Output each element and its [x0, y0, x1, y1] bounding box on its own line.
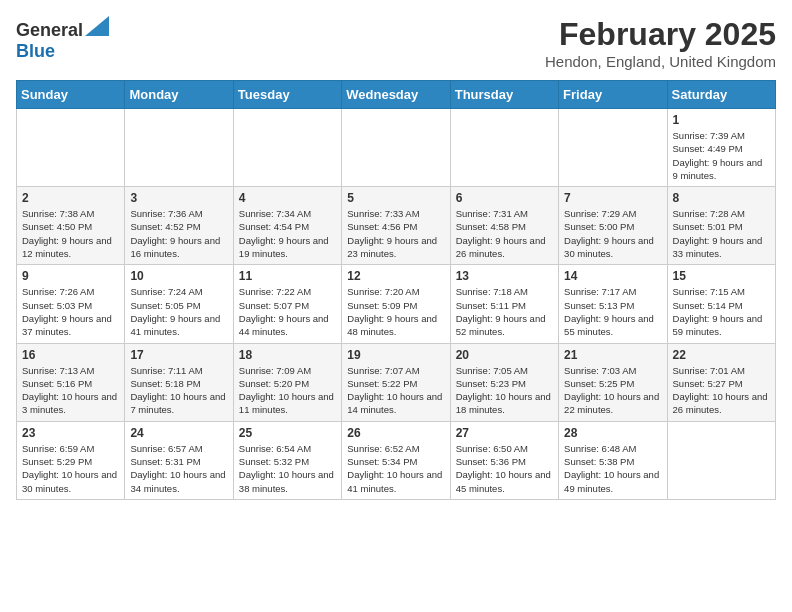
calendar-cell: 25Sunrise: 6:54 AMSunset: 5:32 PMDayligh… [233, 421, 341, 499]
day-info: Sunrise: 7:18 AMSunset: 5:11 PMDaylight:… [456, 285, 553, 338]
weekday-header: Monday [125, 81, 233, 109]
day-info: Sunrise: 7:26 AMSunset: 5:03 PMDaylight:… [22, 285, 119, 338]
weekday-header: Thursday [450, 81, 558, 109]
calendar-cell [17, 109, 125, 187]
calendar-cell: 19Sunrise: 7:07 AMSunset: 5:22 PMDayligh… [342, 343, 450, 421]
day-info: Sunrise: 7:22 AMSunset: 5:07 PMDaylight:… [239, 285, 336, 338]
calendar-cell [233, 109, 341, 187]
day-number: 20 [456, 348, 553, 362]
day-info: Sunrise: 7:24 AMSunset: 5:05 PMDaylight:… [130, 285, 227, 338]
calendar-cell: 24Sunrise: 6:57 AMSunset: 5:31 PMDayligh… [125, 421, 233, 499]
weekday-header: Friday [559, 81, 667, 109]
day-number: 4 [239, 191, 336, 205]
day-info: Sunrise: 6:54 AMSunset: 5:32 PMDaylight:… [239, 442, 336, 495]
weekday-header: Tuesday [233, 81, 341, 109]
day-number: 7 [564, 191, 661, 205]
day-info: Sunrise: 7:33 AMSunset: 4:56 PMDaylight:… [347, 207, 444, 260]
day-number: 10 [130, 269, 227, 283]
day-number: 24 [130, 426, 227, 440]
calendar-cell: 1Sunrise: 7:39 AMSunset: 4:49 PMDaylight… [667, 109, 775, 187]
calendar-cell: 17Sunrise: 7:11 AMSunset: 5:18 PMDayligh… [125, 343, 233, 421]
day-info: Sunrise: 7:11 AMSunset: 5:18 PMDaylight:… [130, 364, 227, 417]
day-info: Sunrise: 7:31 AMSunset: 4:58 PMDaylight:… [456, 207, 553, 260]
day-number: 13 [456, 269, 553, 283]
day-number: 11 [239, 269, 336, 283]
calendar-cell [125, 109, 233, 187]
day-number: 3 [130, 191, 227, 205]
day-number: 28 [564, 426, 661, 440]
day-number: 19 [347, 348, 444, 362]
day-number: 22 [673, 348, 770, 362]
day-info: Sunrise: 6:50 AMSunset: 5:36 PMDaylight:… [456, 442, 553, 495]
logo-icon [85, 16, 109, 36]
calendar-week-row: 23Sunrise: 6:59 AMSunset: 5:29 PMDayligh… [17, 421, 776, 499]
location-title: Hendon, England, United Kingdom [545, 53, 776, 70]
calendar-cell: 23Sunrise: 6:59 AMSunset: 5:29 PMDayligh… [17, 421, 125, 499]
calendar-week-row: 9Sunrise: 7:26 AMSunset: 5:03 PMDaylight… [17, 265, 776, 343]
day-number: 17 [130, 348, 227, 362]
day-info: Sunrise: 7:15 AMSunset: 5:14 PMDaylight:… [673, 285, 770, 338]
logo-text: General Blue [16, 16, 109, 62]
day-number: 26 [347, 426, 444, 440]
weekday-header: Saturday [667, 81, 775, 109]
day-info: Sunrise: 6:48 AMSunset: 5:38 PMDaylight:… [564, 442, 661, 495]
calendar-cell: 12Sunrise: 7:20 AMSunset: 5:09 PMDayligh… [342, 265, 450, 343]
calendar-cell [667, 421, 775, 499]
day-number: 21 [564, 348, 661, 362]
day-info: Sunrise: 7:36 AMSunset: 4:52 PMDaylight:… [130, 207, 227, 260]
day-info: Sunrise: 6:59 AMSunset: 5:29 PMDaylight:… [22, 442, 119, 495]
page-header: General Blue February 2025 Hendon, Engla… [16, 16, 776, 70]
calendar-week-row: 16Sunrise: 7:13 AMSunset: 5:16 PMDayligh… [17, 343, 776, 421]
logo: General Blue [16, 16, 109, 62]
day-number: 25 [239, 426, 336, 440]
calendar-cell: 5Sunrise: 7:33 AMSunset: 4:56 PMDaylight… [342, 187, 450, 265]
day-info: Sunrise: 6:52 AMSunset: 5:34 PMDaylight:… [347, 442, 444, 495]
day-number: 14 [564, 269, 661, 283]
month-title: February 2025 [545, 16, 776, 53]
calendar-cell: 8Sunrise: 7:28 AMSunset: 5:01 PMDaylight… [667, 187, 775, 265]
calendar-cell [559, 109, 667, 187]
calendar-cell: 3Sunrise: 7:36 AMSunset: 4:52 PMDaylight… [125, 187, 233, 265]
day-info: Sunrise: 7:09 AMSunset: 5:20 PMDaylight:… [239, 364, 336, 417]
weekday-header: Sunday [17, 81, 125, 109]
calendar-cell: 6Sunrise: 7:31 AMSunset: 4:58 PMDaylight… [450, 187, 558, 265]
day-info: Sunrise: 7:34 AMSunset: 4:54 PMDaylight:… [239, 207, 336, 260]
day-number: 12 [347, 269, 444, 283]
calendar-cell: 11Sunrise: 7:22 AMSunset: 5:07 PMDayligh… [233, 265, 341, 343]
day-number: 23 [22, 426, 119, 440]
day-info: Sunrise: 7:20 AMSunset: 5:09 PMDaylight:… [347, 285, 444, 338]
day-number: 6 [456, 191, 553, 205]
calendar-cell: 10Sunrise: 7:24 AMSunset: 5:05 PMDayligh… [125, 265, 233, 343]
day-number: 9 [22, 269, 119, 283]
day-number: 8 [673, 191, 770, 205]
calendar-week-row: 1Sunrise: 7:39 AMSunset: 4:49 PMDaylight… [17, 109, 776, 187]
day-number: 16 [22, 348, 119, 362]
day-number: 27 [456, 426, 553, 440]
day-number: 18 [239, 348, 336, 362]
calendar-cell: 26Sunrise: 6:52 AMSunset: 5:34 PMDayligh… [342, 421, 450, 499]
calendar-cell: 21Sunrise: 7:03 AMSunset: 5:25 PMDayligh… [559, 343, 667, 421]
calendar-cell: 2Sunrise: 7:38 AMSunset: 4:50 PMDaylight… [17, 187, 125, 265]
calendar-week-row: 2Sunrise: 7:38 AMSunset: 4:50 PMDaylight… [17, 187, 776, 265]
day-info: Sunrise: 7:01 AMSunset: 5:27 PMDaylight:… [673, 364, 770, 417]
calendar-cell: 13Sunrise: 7:18 AMSunset: 5:11 PMDayligh… [450, 265, 558, 343]
day-info: Sunrise: 6:57 AMSunset: 5:31 PMDaylight:… [130, 442, 227, 495]
calendar-cell: 9Sunrise: 7:26 AMSunset: 5:03 PMDaylight… [17, 265, 125, 343]
day-info: Sunrise: 7:03 AMSunset: 5:25 PMDaylight:… [564, 364, 661, 417]
calendar-cell [450, 109, 558, 187]
calendar-cell: 20Sunrise: 7:05 AMSunset: 5:23 PMDayligh… [450, 343, 558, 421]
day-info: Sunrise: 7:07 AMSunset: 5:22 PMDaylight:… [347, 364, 444, 417]
weekday-header-row: SundayMondayTuesdayWednesdayThursdayFrid… [17, 81, 776, 109]
calendar-table: SundayMondayTuesdayWednesdayThursdayFrid… [16, 80, 776, 500]
calendar-cell: 16Sunrise: 7:13 AMSunset: 5:16 PMDayligh… [17, 343, 125, 421]
calendar-cell: 4Sunrise: 7:34 AMSunset: 4:54 PMDaylight… [233, 187, 341, 265]
calendar-cell: 27Sunrise: 6:50 AMSunset: 5:36 PMDayligh… [450, 421, 558, 499]
svg-marker-0 [85, 16, 109, 36]
calendar-cell: 15Sunrise: 7:15 AMSunset: 5:14 PMDayligh… [667, 265, 775, 343]
calendar-cell: 7Sunrise: 7:29 AMSunset: 5:00 PMDaylight… [559, 187, 667, 265]
day-number: 1 [673, 113, 770, 127]
day-number: 5 [347, 191, 444, 205]
day-info: Sunrise: 7:28 AMSunset: 5:01 PMDaylight:… [673, 207, 770, 260]
day-info: Sunrise: 7:13 AMSunset: 5:16 PMDaylight:… [22, 364, 119, 417]
day-info: Sunrise: 7:05 AMSunset: 5:23 PMDaylight:… [456, 364, 553, 417]
